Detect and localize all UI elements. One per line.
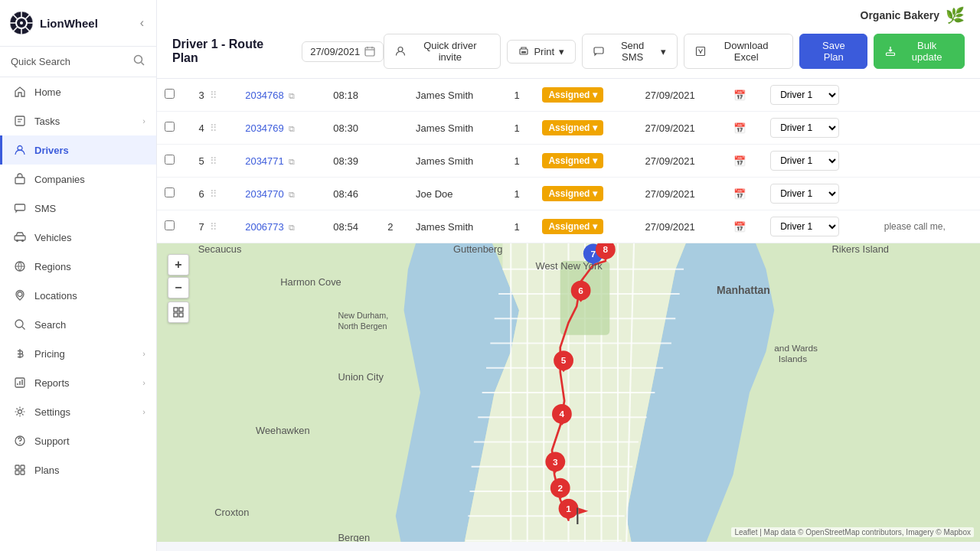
sidebar-item-drivers[interactable]: Drivers [0, 135, 156, 165]
date-badge[interactable]: 27/09/2021 [302, 41, 384, 62]
logo: LionWheel [9, 11, 98, 35]
home-icon [13, 85, 27, 99]
driver-select[interactable]: Driver 1 [770, 118, 839, 138]
map-credit: Leaflet | Map data © OpenStreetMap contr… [731, 527, 974, 537]
sidebar-item-search[interactable]: Search [0, 310, 156, 339]
order-link[interactable]: 2034769 [245, 122, 284, 134]
driver-select[interactable]: Driver 1 [770, 151, 839, 171]
save-plan-button[interactable]: Save Plan [799, 34, 867, 69]
sidebar-item-locations[interactable]: Locations [0, 281, 156, 310]
row-packages: 2 [387, 221, 393, 233]
table-row: 6 ⠿ 2034770 ⧉ 08:46 Joe Doe 1 Assigned ▾… [157, 178, 980, 210]
order-link[interactable]: 2034771 [245, 155, 284, 167]
sidebar-item-vehicles[interactable]: Vehicles [0, 223, 156, 252]
quick-driver-invite-button[interactable]: Quick driver invite [384, 34, 501, 69]
row-checkbox[interactable] [165, 89, 175, 99]
sidebar-item-settings[interactable]: Settings› [0, 397, 156, 426]
row-time: 08:46 [333, 188, 358, 200]
sidebar-item-pricing[interactable]: Pricing› [0, 339, 156, 368]
row-number: 5 [199, 155, 204, 167]
row-status-badge[interactable]: Assigned ▾ [542, 120, 603, 135]
row-qty: 1 [514, 155, 520, 167]
row-status-badge[interactable]: Assigned ▾ [542, 87, 603, 103]
svg-text:Union City: Union City [338, 371, 384, 383]
map-container[interactable]: 1 2 3 [157, 243, 980, 542]
sidebar-item-label: Search [34, 319, 66, 331]
copy-icon[interactable]: ⧉ [289, 223, 295, 232]
svg-point-21 [21, 240, 24, 242]
sidebar-item-label: Settings [34, 406, 70, 418]
cal-icon[interactable]: 📅 [733, 122, 746, 134]
cal-icon[interactable]: 📅 [733, 221, 746, 233]
sms-icon [13, 201, 27, 215]
org-leaf-icon: 🌿 [946, 6, 965, 24]
row-checkbox[interactable] [165, 155, 175, 165]
order-link[interactable]: 2034768 [245, 90, 284, 101]
send-sms-button[interactable]: Send SMS ▾ [582, 34, 678, 69]
svg-text:Islands: Islands [779, 354, 808, 364]
copy-icon[interactable]: ⧉ [289, 124, 295, 133]
svg-rect-17 [15, 178, 24, 184]
order-link[interactable]: 2034770 [245, 188, 284, 200]
regions-icon [13, 259, 27, 273]
sidebar-item-regions[interactable]: Regions [0, 252, 156, 281]
row-date: 27/09/2021 [645, 221, 695, 233]
sidebar-item-plans[interactable]: Plans [0, 455, 156, 484]
row-checkbox[interactable] [165, 187, 175, 197]
person-icon [395, 46, 406, 57]
chevron-right-icon: › [142, 407, 145, 416]
pricing-icon [13, 347, 27, 360]
sidebar-item-support[interactable]: Support [0, 426, 156, 455]
order-link[interactable]: 2006773 [245, 221, 284, 233]
cal-icon[interactable]: 📅 [733, 155, 746, 167]
sidebar-item-tasks[interactable]: Tasks› [0, 106, 156, 135]
svg-point-32 [19, 443, 21, 445]
bulk-update-button[interactable]: Bulk update [874, 34, 965, 69]
sidebar-item-sms[interactable]: SMS [0, 194, 156, 223]
row-notes [877, 178, 980, 210]
drag-handle-icon: ⠿ [210, 188, 217, 200]
svg-text:Weehawken: Weehawken [256, 425, 310, 436]
svg-line-47 [701, 50, 703, 54]
row-status-badge[interactable]: Assigned ▾ [542, 153, 603, 168]
zoom-out-button[interactable]: − [168, 277, 189, 298]
zoom-in-button[interactable]: + [168, 254, 189, 276]
sidebar-item-home[interactable]: Home [0, 77, 156, 106]
print-button[interactable]: Print ▾ [507, 40, 576, 64]
sidebar-item-label: Vehicles [34, 232, 71, 243]
svg-rect-13 [15, 116, 24, 126]
row-date: 27/09/2021 [645, 90, 695, 101]
row-checkbox[interactable] [165, 220, 175, 230]
svg-point-41 [398, 47, 403, 52]
copy-icon[interactable]: ⧉ [289, 190, 295, 199]
cal-icon[interactable]: 📅 [733, 188, 746, 200]
sidebar-item-companies[interactable]: Companies [0, 165, 156, 194]
row-status-badge[interactable]: Assigned ▾ [542, 186, 603, 201]
row-time: 08:54 [333, 221, 358, 233]
row-checkbox[interactable] [165, 122, 175, 132]
svg-line-12 [142, 63, 145, 66]
row-qty: 1 [514, 122, 520, 134]
row-notes [877, 112, 980, 145]
svg-text:3: 3 [553, 457, 558, 468]
quick-search-icon[interactable] [133, 54, 145, 69]
support-icon [13, 434, 27, 448]
sidebar-item-reports[interactable]: Reports› [0, 368, 156, 397]
driver-select[interactable]: Driver 1 [770, 85, 839, 105]
sidebar-item-label: Drivers [34, 145, 69, 156]
copy-icon[interactable]: ⧉ [289, 157, 295, 166]
row-status-badge[interactable]: Assigned ▾ [542, 219, 603, 234]
download-excel-button[interactable]: Download Excel [684, 34, 793, 69]
driver-select[interactable]: Driver 1 [770, 184, 839, 204]
org-name: Organic Bakery [861, 9, 940, 21]
sidebar-item-label: Support [34, 435, 70, 447]
quick-search-row: Quick Search [0, 47, 156, 77]
collapse-sidebar-button[interactable]: ‹ [137, 15, 147, 31]
copy-icon[interactable]: ⧉ [289, 91, 295, 100]
map-expand-button[interactable] [168, 302, 189, 323]
chevron-right-icon: › [142, 116, 145, 126]
cal-icon[interactable]: 📅 [733, 90, 746, 101]
driver-select[interactable]: Driver 1 [770, 217, 839, 236]
content-area: 3 ⠿ 2034768 ⧉ 08:18 James Smith 1 Assign… [157, 79, 980, 551]
table-row: 7 ⠿ 2006773 ⧉ 08:54 2 James Smith 1 Assi… [157, 210, 980, 243]
